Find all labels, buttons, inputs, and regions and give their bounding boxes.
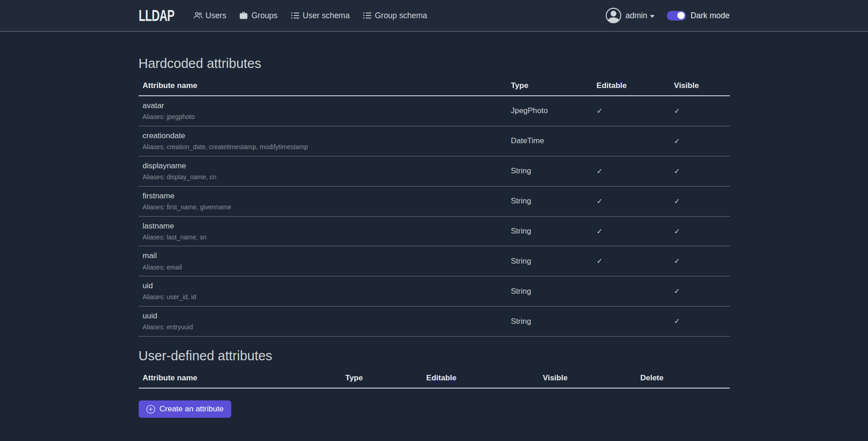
hardcoded-table-body: avatar Aliases: jpegphoto JpegPhoto ✓ ✓ … — [139, 96, 730, 337]
attribute-type: String — [507, 276, 593, 306]
editable-check: ✓ — [593, 156, 670, 186]
editable-check — [593, 276, 670, 306]
username-label: admin — [625, 11, 647, 21]
chevron-down-icon — [650, 15, 655, 18]
toggle-knob — [677, 12, 685, 19]
brand-logo[interactable]: LLDAP — [139, 7, 176, 25]
editable-check: ✓ — [593, 216, 670, 246]
attribute-name: displayname — [143, 161, 503, 171]
user-defined-attributes-table: Attribute name Type Editable Visible Del… — [139, 368, 730, 389]
table-row: lastname Aliases: last_name, sn String ✓… — [139, 216, 730, 246]
attribute-aliases: Aliases: first_name, givenname — [143, 203, 503, 211]
attribute-aliases: Aliases: email — [143, 264, 503, 271]
attribute-type: JpegPhoto — [507, 96, 593, 126]
attribute-aliases: Aliases: last_name, sn — [143, 233, 503, 241]
visible-check: ✓ — [670, 126, 730, 156]
nav-item-user-schema[interactable]: User schema — [291, 11, 350, 21]
table-row: creationdate Aliases: creation_date, cre… — [139, 126, 730, 156]
visible-check: ✓ — [670, 246, 730, 276]
table-row: firstname Aliases: first_name, givenname… — [139, 186, 730, 216]
list-icon — [363, 11, 372, 20]
editable-check — [593, 306, 670, 337]
plus-circle-icon — [146, 405, 155, 414]
attribute-type: String — [507, 216, 593, 246]
nav-item-users[interactable]: Users — [193, 11, 227, 21]
attribute-name: uid — [143, 281, 503, 291]
visible-check: ✓ — [670, 96, 730, 126]
attribute-aliases: Aliases: creation_date, createtimestamp,… — [143, 143, 503, 151]
visible-check: ✓ — [670, 216, 730, 246]
attribute-aliases: Aliases: entryuuid — [143, 323, 503, 331]
briefcase-icon — [239, 11, 248, 20]
nav-items: Users Groups User schema — [193, 11, 427, 21]
visible-check: ✓ — [670, 156, 730, 186]
users-icon — [193, 11, 203, 20]
attribute-type: String — [507, 186, 593, 216]
column-header-delete: Delete — [636, 368, 730, 388]
editable-check — [593, 126, 670, 156]
table-row: uid Aliases: user_id, id String ✓ — [139, 276, 730, 306]
editable-check: ✓ — [593, 186, 670, 216]
table-row: mail Aliases: email String ✓ ✓ — [139, 246, 730, 276]
nav-item-group-schema[interactable]: Group schema — [363, 11, 427, 21]
column-header-visible: Visible — [670, 76, 730, 96]
table-header-row: Attribute name Type Editable Visible Del… — [139, 368, 730, 388]
attribute-type: String — [507, 246, 593, 276]
column-header-attribute-name: Attribute name — [139, 368, 342, 388]
attribute-name: mail — [143, 251, 503, 261]
nav-item-groups[interactable]: Groups — [239, 11, 277, 21]
attribute-name: lastname — [143, 221, 503, 231]
user-menu[interactable]: admin — [606, 8, 655, 23]
hardcoded-attributes-title: Hardcoded attributes — [139, 56, 730, 71]
visible-check: ✓ — [670, 306, 730, 337]
column-header-type: Type — [507, 76, 593, 96]
column-header-attribute-name: Attribute name — [139, 76, 507, 96]
visible-check: ✓ — [670, 276, 730, 306]
visible-check: ✓ — [670, 186, 730, 216]
attribute-name: uuid — [143, 311, 503, 321]
attribute-aliases: Aliases: jpegphoto — [143, 113, 503, 121]
hardcoded-attributes-table: Attribute name Type Editable Visible ava… — [139, 76, 730, 337]
table-row: displayname Aliases: display_name, cn St… — [139, 156, 730, 186]
create-attribute-button[interactable]: Create an attribute — [139, 400, 232, 418]
attribute-aliases: Aliases: display_name, cn — [143, 173, 503, 181]
table-row: uuid Aliases: entryuuid String ✓ — [139, 306, 730, 337]
column-header-editable: Editable — [422, 368, 539, 388]
attribute-type: String — [507, 156, 593, 186]
list-icon — [291, 11, 300, 20]
person-circle-icon — [606, 8, 621, 23]
dark-mode-label: Dark mode — [691, 11, 730, 21]
main-content: Hardcoded attributes Attribute name Type… — [133, 31, 735, 441]
editable-check: ✓ — [593, 96, 670, 126]
attribute-name: firstname — [143, 191, 503, 201]
navbar-right: admin Dark mode — [606, 8, 729, 23]
attribute-name: creationdate — [143, 131, 503, 141]
attribute-aliases: Aliases: user_id, id — [143, 293, 503, 301]
navbar: LLDAP Users Groups — [0, 0, 868, 31]
user-defined-attributes-title: User-defined attributes — [139, 348, 730, 363]
dark-mode-toggle[interactable] — [667, 11, 686, 21]
column-header-type: Type — [341, 368, 422, 388]
attribute-type: String — [507, 306, 593, 337]
table-row: avatar Aliases: jpegphoto JpegPhoto ✓ ✓ — [139, 96, 730, 126]
editable-check: ✓ — [593, 246, 670, 276]
attribute-type: DateTime — [507, 126, 593, 156]
table-header-row: Attribute name Type Editable Visible — [139, 76, 730, 96]
attribute-name: avatar — [143, 101, 503, 111]
column-header-visible: Visible — [539, 368, 636, 388]
column-header-editable: Editable — [593, 76, 670, 96]
